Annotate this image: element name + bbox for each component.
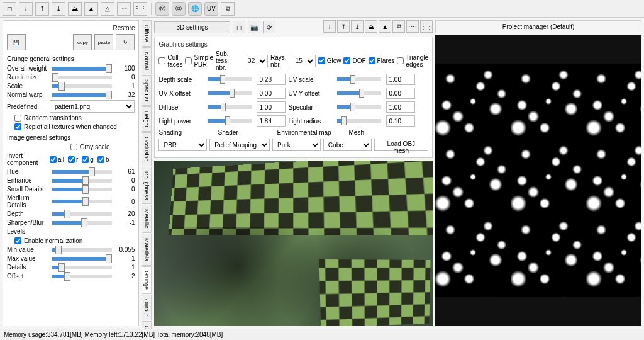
light-power-input[interactable] xyxy=(257,115,286,127)
arrow-down2-icon[interactable]: ⤓ xyxy=(52,2,65,16)
tab-uvtiling[interactable]: UV/Tiling xyxy=(142,321,152,329)
mt1-icon[interactable]: ↕ xyxy=(323,20,336,33)
tab-roughness[interactable]: Roughness xyxy=(142,167,152,205)
depth-scale-slider[interactable] xyxy=(208,77,252,81)
overall-weight-value: 100 xyxy=(114,65,135,72)
invert-g-checkbox[interactable] xyxy=(82,156,89,163)
uvx-input[interactable] xyxy=(257,88,286,99)
max-value-slider[interactable] xyxy=(52,257,112,261)
gray-scale-checkbox[interactable] xyxy=(70,144,77,150)
arrow-up-icon[interactable]: ⤒ xyxy=(35,2,49,16)
flares-checkbox[interactable] xyxy=(369,57,375,64)
mountain1-icon[interactable]: ⛰ xyxy=(68,2,82,16)
details-slider[interactable] xyxy=(52,266,112,269)
light-radius-input[interactable] xyxy=(386,115,415,127)
mt3-icon[interactable]: ⤓ xyxy=(351,20,364,33)
mountain2-icon[interactable]: ▲ xyxy=(84,2,98,16)
simple-pbr-checkbox[interactable] xyxy=(185,57,192,64)
save-button[interactable]: 💾 xyxy=(7,34,26,50)
depth-scale-input[interactable] xyxy=(257,74,286,85)
dof-checkbox[interactable] xyxy=(343,57,350,64)
sharpen-blur-slider[interactable] xyxy=(52,221,112,225)
cull-faces-checkbox[interactable] xyxy=(158,57,165,64)
specular-input[interactable] xyxy=(386,101,415,113)
scale-slider[interactable] xyxy=(52,84,112,88)
refresh-icon[interactable]: ⟳ xyxy=(263,21,275,33)
offset-label: Offset xyxy=(7,273,50,280)
invert-r-checkbox[interactable] xyxy=(68,156,75,163)
camera-icon[interactable]: 📷 xyxy=(248,21,260,33)
mt2-icon[interactable]: ⤒ xyxy=(337,20,350,33)
globe-icon[interactable]: 🌐 xyxy=(188,2,202,16)
tab-diffuse[interactable]: Diffuse xyxy=(142,20,152,47)
window-icon[interactable]: ⧉ xyxy=(221,2,235,16)
load-obj-button[interactable]: Load OBJ mesh xyxy=(374,139,428,151)
shading-select[interactable]: PBR xyxy=(158,139,207,151)
depth-slider[interactable] xyxy=(52,212,112,216)
hue-slider[interactable] xyxy=(52,170,112,174)
g-icon[interactable]: Ⓖ xyxy=(172,2,186,16)
tab-normal[interactable]: Normal xyxy=(142,47,152,74)
arrow-down-icon[interactable]: ↓ xyxy=(19,2,33,16)
min-value-slider[interactable] xyxy=(52,248,112,252)
specular-slider[interactable] xyxy=(337,105,381,109)
3d-settings-button[interactable]: 3D settings xyxy=(154,21,230,33)
tab-occlusion[interactable]: Occlusion xyxy=(142,132,152,166)
mountain3-icon[interactable]: △ xyxy=(101,2,114,16)
mt4-icon[interactable]: ⛰ xyxy=(365,20,377,33)
normal-warp-slider[interactable] xyxy=(52,93,112,97)
uv-scale-input[interactable] xyxy=(386,74,415,85)
dots-icon[interactable]: ⋮⋮ xyxy=(133,2,147,16)
uvy-input[interactable] xyxy=(386,88,415,99)
overall-weight-slider[interactable] xyxy=(52,67,112,71)
tab-materials[interactable]: Materials xyxy=(142,234,152,266)
mt5-icon[interactable]: ▲ xyxy=(379,20,391,33)
mesh-select[interactable]: Cube xyxy=(323,139,372,151)
predefined-select[interactable]: pattern1.png xyxy=(50,100,135,113)
light-power-slider[interactable] xyxy=(208,119,252,123)
tab-grunge[interactable]: Grunge xyxy=(142,266,152,294)
wave-icon[interactable]: 〰 xyxy=(117,2,131,16)
shader-select[interactable]: Relief Mapping xyxy=(209,139,270,151)
env-map-select[interactable]: Park xyxy=(272,139,321,151)
enable-norm-checkbox[interactable] xyxy=(14,237,21,244)
tab-output[interactable]: Output xyxy=(142,295,152,320)
random-translations-checkbox[interactable] xyxy=(14,115,21,122)
uvx-slider[interactable] xyxy=(208,91,252,95)
copy-button[interactable]: copy xyxy=(73,34,92,50)
diffuse-slider[interactable] xyxy=(208,105,252,109)
restore-link[interactable]: Restore xyxy=(7,25,135,31)
uv-scale-slider[interactable] xyxy=(337,77,381,81)
sub-tess-select[interactable]: 32 xyxy=(243,55,268,67)
replot-checkbox[interactable] xyxy=(14,123,21,130)
tab-height[interactable]: Height xyxy=(142,106,152,132)
tab-specular[interactable]: Specular xyxy=(142,75,152,106)
3d-viewport[interactable] xyxy=(154,161,433,326)
paste-button[interactable]: paste xyxy=(94,34,113,50)
triangle-edges-checkbox[interactable] xyxy=(397,57,404,64)
graphics-settings: Graphics settings Cull faces Simple PBR … xyxy=(154,37,433,158)
mt8-icon[interactable]: ⋮⋮ xyxy=(420,20,433,33)
reload-button[interactable]: ↻ xyxy=(116,34,135,50)
mt6-icon[interactable]: ⧉ xyxy=(392,20,405,33)
light-radius-slider[interactable] xyxy=(337,119,381,123)
mt7-icon[interactable]: 〰 xyxy=(406,20,419,33)
cube-icon[interactable]: ◻ xyxy=(3,2,16,16)
enhance-slider[interactable] xyxy=(52,179,112,183)
small-details-slider[interactable] xyxy=(52,188,112,191)
project-manager-header[interactable]: Project manager (Default) xyxy=(435,20,641,33)
cube-view-icon[interactable]: ◻ xyxy=(233,21,245,33)
uv-icon[interactable]: UV xyxy=(204,2,218,16)
offset-slider[interactable] xyxy=(52,275,112,278)
rays-select[interactable]: 15 xyxy=(291,55,316,67)
invert-all-checkbox[interactable] xyxy=(50,156,57,163)
tab-metallic[interactable]: Metallic xyxy=(142,205,152,233)
medium-details-slider[interactable] xyxy=(52,200,112,203)
texture-preview[interactable] xyxy=(435,35,641,326)
uvy-slider[interactable] xyxy=(337,91,381,95)
randomize-slider[interactable] xyxy=(52,76,112,79)
m-icon[interactable]: Ⓜ xyxy=(155,2,169,16)
glow-checkbox[interactable] xyxy=(318,57,325,64)
invert-b-checkbox[interactable] xyxy=(97,156,104,163)
diffuse-input[interactable] xyxy=(257,101,286,113)
